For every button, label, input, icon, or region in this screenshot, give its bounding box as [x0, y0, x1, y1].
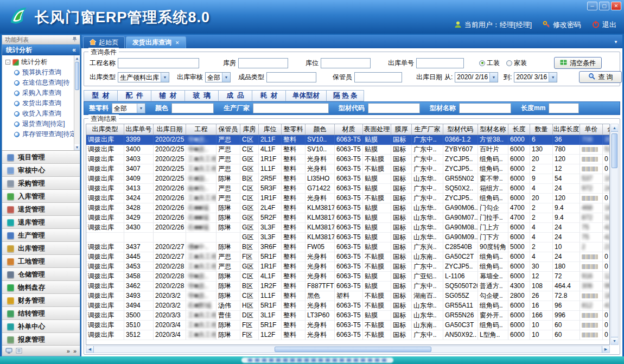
tab-close-icon[interactable]: ✕	[175, 40, 180, 46]
table-row[interactable]: 调拨出库34292020/2/26石■■城陈琳G区5R2F整料KLM381760…	[86, 213, 609, 223]
tree-item[interactable]: 在途信息查询[待	[2, 78, 80, 88]
tree-scrollbar[interactable]: ▲ ▼	[74, 55, 80, 150]
change-password-link[interactable]: 修改密码	[553, 20, 581, 30]
close-button[interactable]: ✕	[611, 2, 621, 10]
vertical-scrollbar[interactable]: ▲ ▼	[610, 124, 619, 345]
tab-shipping-outbound-query[interactable]: 发货出库查询 ✕	[126, 36, 186, 48]
vertical-scroll-thumb[interactable]	[612, 133, 617, 168]
sidebar-menu-item[interactable]: 入库管理	[2, 190, 80, 203]
column-header[interactable]: 出库单号	[124, 124, 154, 135]
order-number-input[interactable]	[416, 58, 464, 68]
product-type-input[interactable]	[266, 72, 316, 82]
minimize-button[interactable]: ─	[587, 2, 597, 10]
table-row[interactable]: 调拨出库35122020/3/4工■共工程陈琳F区1L2F整料光身料6063-T…	[86, 330, 609, 340]
sidebar-menu-item[interactable]: 出库管理	[2, 242, 80, 255]
whole-part-select[interactable]: 全部	[112, 103, 145, 113]
list-icon[interactable]	[16, 346, 22, 356]
table-row[interactable]: 调拨出库34282020/2/26石■■城陈琳G区2L4F整料KLM381760…	[86, 203, 609, 213]
material-tab[interactable]: 单体型材	[285, 90, 326, 101]
scroll-up-icon[interactable]: ▲	[74, 55, 80, 61]
sidebar-menu-item[interactable]: 结转管理	[2, 307, 80, 320]
table-row[interactable]: 调拨出库34372020/2/27佛■中..陈琳B区3R6F整料FW056063…	[86, 242, 609, 252]
column-header[interactable]: 金	[603, 124, 610, 135]
profile-code-input[interactable]	[368, 103, 420, 113]
column-header[interactable]: 生产厂家	[412, 124, 443, 135]
sidebar-menu-item[interactable]: 仓储管理	[2, 268, 80, 281]
profile-name-input[interactable]	[459, 103, 511, 113]
statistics-section-header[interactable]: 统计分析 «	[2, 44, 80, 55]
column-header[interactable]: 工程	[186, 124, 217, 135]
column-header[interactable]: 膜厚	[391, 124, 412, 135]
outbound-audit-select[interactable]: 全部	[205, 72, 231, 82]
search-button[interactable]: 查 询	[579, 71, 622, 83]
material-tab[interactable]: 玻 璃	[184, 90, 218, 101]
tree-item[interactable]: 采购入库查询	[2, 88, 80, 98]
color-input[interactable]	[171, 103, 214, 113]
horizontal-scroll-thumb[interactable]	[275, 347, 431, 352]
sidebar-menu-item[interactable]: 审核中心	[2, 164, 80, 177]
collapse-icon[interactable]: «	[72, 46, 76, 54]
table-row[interactable]: 调拨出库34452020/2/27工■共工程严思F区5R1F整料光身料6063-…	[86, 252, 609, 262]
table-row[interactable]: 调拨出库34302020/2/26石■■城陈琳G区3L3F整料KLM381760…	[86, 223, 609, 233]
pin-icon[interactable]	[72, 36, 77, 43]
table-row[interactable]: 调拨出库33992020/2/25华■原..严思C区2L1F整料SV10..60…	[86, 135, 609, 145]
table-row[interactable]: G区3L3F整料KLM38176063-T5贴膜国标山东华..GA90M09..…	[86, 233, 609, 242]
table-row[interactable]: 调拨出库34032020/2/25工■共工程严思G区1R1F整料光身料6063-…	[86, 155, 609, 164]
table-row[interactable]: 调拨出库34932020/3/2华■原..陈琳C区1L1F整料黑色塑料不贴膜国标…	[86, 291, 609, 301]
table-row[interactable]: 调拨出库34132020/2/26南■街..严思C区5R3F整料G7142260…	[86, 184, 609, 194]
horizontal-scrollbar[interactable]: ◀ ▶	[86, 346, 610, 353]
tree-scroll-thumb[interactable]	[75, 62, 79, 90]
sidebar-menu-item[interactable]: 报废管理	[2, 333, 80, 346]
more-panels-icon[interactable]: »	[67, 348, 70, 354]
material-tab[interactable]: 配 件	[117, 90, 151, 101]
tree-item[interactable]: 收货入库查询	[2, 108, 80, 119]
scroll-up-icon[interactable]: ▲	[611, 124, 618, 132]
sidebar-menu-item[interactable]: 退库管理	[2, 216, 80, 229]
material-tab[interactable]: 耗 材	[252, 90, 285, 101]
sidebar-menu-item[interactable]: 工地管理	[2, 255, 80, 268]
chevron-down-icon[interactable]	[137, 104, 145, 113]
maximize-button[interactable]: ▢	[599, 2, 609, 10]
date-to-picker[interactable]: 2020/ 3/16	[514, 72, 557, 82]
computer-icon[interactable]	[5, 346, 12, 356]
sidebar-menu-item[interactable]: 采购管理	[2, 177, 80, 190]
column-header[interactable]: 型材代码	[443, 124, 478, 135]
material-tab[interactable]: 辅 材	[151, 90, 184, 101]
column-header[interactable]: 出库长度	[553, 124, 580, 135]
scroll-left-icon[interactable]: ◀	[86, 346, 94, 353]
manufacturer-input[interactable]	[253, 103, 329, 113]
tree-expander-icon[interactable]: -	[5, 60, 10, 65]
column-header[interactable]: 保管员	[217, 124, 240, 135]
sidebar-menu-item[interactable]: 财务管理	[2, 294, 80, 307]
location-input[interactable]	[321, 58, 371, 68]
column-header[interactable]: 材质	[335, 124, 363, 135]
sidebar-menu-item[interactable]: 补单中心	[2, 320, 80, 333]
column-header[interactable]: 整零料	[282, 124, 305, 135]
table-row[interactable]: 调拨出库35002020/3/3工■共工程曹佳D区3L1F整料LT3P60606…	[86, 311, 609, 321]
table-row[interactable]: 调拨出库34092020/2/25长■国..陈琳B区2R5F整料LI35HO60…	[86, 174, 609, 184]
table-row[interactable]: 调拨出库34582020/2/28华■原..陈琳C区4L1F整料光身料6063-…	[86, 272, 609, 282]
more-panels-icon-2[interactable]: »	[73, 348, 77, 354]
length-input[interactable]	[549, 103, 579, 113]
column-header[interactable]: 出库类型	[86, 124, 124, 135]
warehouse-input[interactable]	[238, 58, 288, 68]
chevron-down-icon[interactable]	[222, 73, 230, 82]
material-tab[interactable]: 隔 热 条	[326, 90, 364, 101]
scroll-down-icon[interactable]: ▼	[74, 144, 80, 150]
column-header[interactable]: 库房	[240, 124, 259, 135]
column-header[interactable]: 出库日期	[154, 124, 186, 135]
column-header[interactable]: 数量	[530, 124, 553, 135]
tab-start-page[interactable]: 起始页	[83, 36, 125, 48]
project-name-input[interactable]	[118, 58, 199, 68]
column-header[interactable]: 单价	[580, 124, 603, 135]
sidebar-menu-item[interactable]: 生产管理	[2, 229, 80, 242]
tree-item[interactable]: 退货查询[待定]	[2, 119, 80, 129]
material-tab[interactable]: 成 品	[218, 90, 252, 101]
tree-item[interactable]: 库存管理查询[待定	[2, 129, 80, 139]
column-header[interactable]: 库位	[259, 124, 282, 135]
gongzhuang-radio[interactable]: 工装	[479, 59, 502, 68]
logout-link[interactable]: 退出	[602, 20, 616, 30]
table-row[interactable]: 调拨出库34072020/2/25工■共工程严思G区1L1F整料光身料6063-…	[86, 164, 609, 174]
scroll-down-icon[interactable]: ▼	[611, 337, 618, 344]
column-header[interactable]: 长度	[508, 124, 530, 135]
